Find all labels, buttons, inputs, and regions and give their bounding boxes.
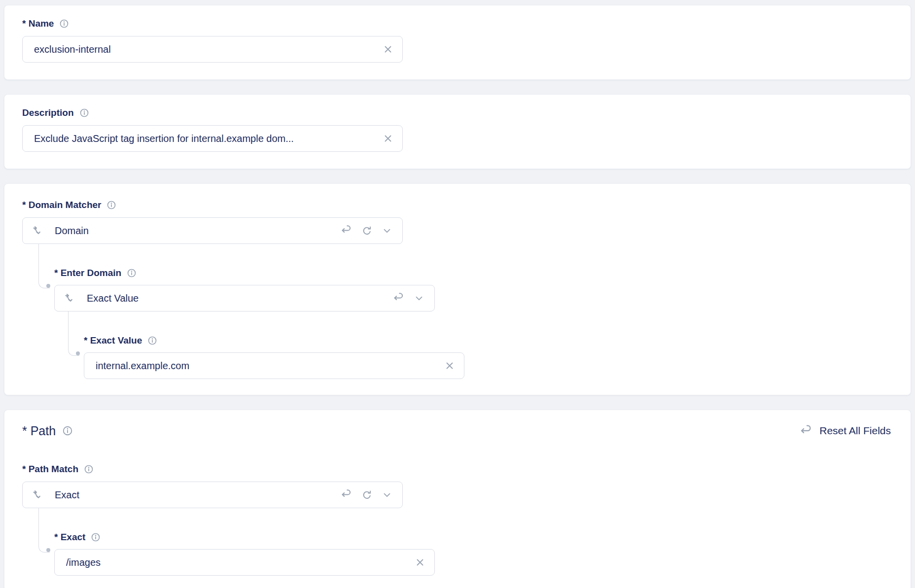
- chevron-down-button[interactable]: [413, 292, 425, 305]
- enter-domain-branch: * Enter Domain Exact Value: [54, 268, 893, 379]
- undo-button[interactable]: [340, 224, 353, 237]
- enter-domain-info-icon[interactable]: [127, 268, 137, 278]
- path-title-row: * Path: [22, 423, 73, 438]
- path-match-label: * Path Match: [22, 464, 78, 475]
- clear-x-icon: [415, 557, 425, 568]
- exact-value-clear-button[interactable]: [444, 360, 456, 372]
- exact-value-label: * Exact Value: [84, 335, 142, 346]
- path-exact-label: * Exact: [54, 532, 85, 543]
- reset-all-fields-label: Reset All Fields: [819, 425, 891, 437]
- path-match-label-row: * Path Match: [22, 464, 893, 475]
- chevron-down-icon: [382, 489, 392, 500]
- name-clear-button[interactable]: [382, 43, 394, 55]
- exact-value-info-icon[interactable]: [147, 336, 157, 346]
- undo-icon: [393, 292, 405, 304]
- enter-domain-selector[interactable]: Exact Value: [54, 285, 435, 311]
- name-input[interactable]: [22, 36, 403, 63]
- path-match-selector-value: Exact: [55, 489, 340, 501]
- domain-matcher-label-row: * Domain Matcher: [22, 200, 893, 210]
- name-input-wrap: [22, 36, 403, 63]
- refresh-icon: [361, 489, 373, 501]
- branch-split-icon: [64, 292, 76, 305]
- reset-all-fields-button[interactable]: Reset All Fields: [800, 424, 891, 438]
- name-card: * Name: [4, 5, 911, 80]
- name-label-row: * Name: [22, 18, 893, 29]
- chevron-down-icon: [382, 225, 392, 236]
- chevron-down-icon: [414, 293, 424, 304]
- tree-connector-dot: [76, 351, 80, 355]
- domain-matcher-label: * Domain Matcher: [22, 200, 101, 210]
- refresh-button[interactable]: [360, 224, 373, 237]
- path-info-icon[interactable]: [62, 425, 73, 436]
- chevron-down-button[interactable]: [381, 488, 393, 501]
- undo-button[interactable]: [392, 292, 405, 305]
- description-input-wrap: [22, 125, 403, 152]
- name-label: * Name: [22, 18, 54, 29]
- enter-domain-label-row: * Enter Domain: [54, 268, 893, 278]
- domain-matcher-info-icon[interactable]: [106, 200, 116, 210]
- domain-matcher-card: * Domain Matcher Domain: [4, 183, 911, 395]
- plugin-config-form: * Name Description * D: [0, 0, 915, 588]
- path-heading: * Path: [22, 423, 56, 438]
- path-match-info-icon[interactable]: [84, 464, 94, 474]
- path-exact-clear-button[interactable]: [414, 556, 426, 568]
- undo-icon: [341, 225, 352, 237]
- exact-value-label-row: * Exact Value: [84, 335, 893, 346]
- exact-value-input[interactable]: [84, 352, 464, 379]
- refresh-button[interactable]: [360, 488, 373, 501]
- tree-connector-dot: [46, 548, 50, 552]
- branch-split-icon: [32, 489, 44, 501]
- branch-split-icon: [32, 225, 44, 237]
- path-exact-branch: * Exact: [54, 532, 893, 576]
- path-exact-input[interactable]: [54, 549, 435, 576]
- path-header-row: * Path Reset All Fields: [22, 423, 893, 438]
- undo-icon: [341, 489, 352, 501]
- domain-matcher-selector[interactable]: Domain: [22, 217, 403, 244]
- path-card: * Path Reset All Fields * Path Match: [4, 410, 911, 588]
- path-exact-label-row: * Exact: [54, 532, 893, 543]
- clear-x-icon: [383, 44, 393, 55]
- description-label-row: Description: [22, 107, 893, 118]
- path-exact-input-wrap: [54, 549, 435, 576]
- domain-matcher-selector-value: Domain: [55, 225, 340, 237]
- exact-value-branch: * Exact Value: [84, 335, 893, 379]
- undo-icon: [800, 424, 813, 438]
- path-exact-info-icon[interactable]: [91, 532, 101, 542]
- exact-value-input-wrap: [84, 352, 464, 379]
- path-match-selector[interactable]: Exact: [22, 482, 403, 508]
- undo-button[interactable]: [340, 488, 353, 501]
- refresh-icon: [361, 225, 373, 237]
- enter-domain-selector-value: Exact Value: [87, 293, 392, 304]
- description-input[interactable]: [22, 125, 403, 152]
- description-info-icon[interactable]: [79, 108, 89, 118]
- clear-x-icon: [383, 133, 393, 144]
- chevron-down-button[interactable]: [381, 224, 393, 237]
- tree-connector-dot: [46, 284, 50, 288]
- name-info-icon[interactable]: [59, 19, 69, 29]
- description-card: Description: [4, 94, 911, 169]
- enter-domain-label: * Enter Domain: [54, 268, 121, 278]
- clear-x-icon: [444, 360, 455, 371]
- description-label: Description: [22, 107, 74, 118]
- description-clear-button[interactable]: [382, 133, 394, 144]
